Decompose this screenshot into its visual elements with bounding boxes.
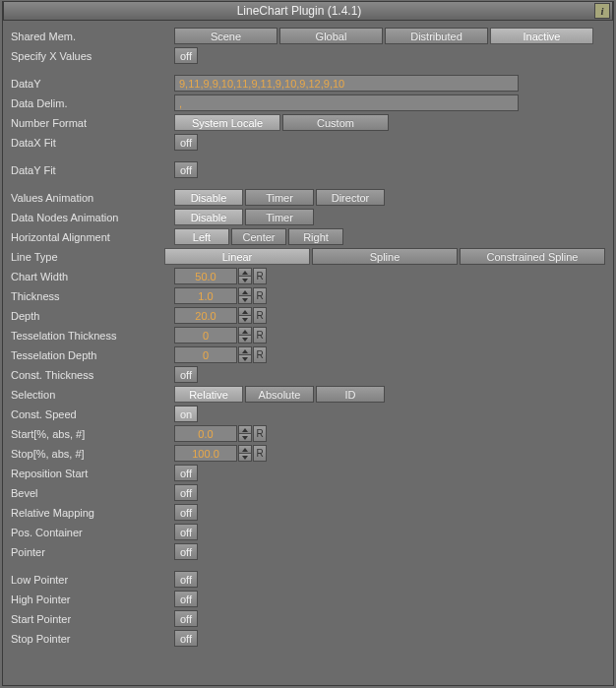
chevron-down-icon[interactable]	[238, 296, 252, 304]
btn-align-center[interactable]: Center	[231, 228, 286, 245]
label-selection: Selection	[9, 389, 174, 401]
input-depth[interactable]: 20.0	[174, 307, 237, 324]
toggle-start-pointer[interactable]: off	[174, 610, 198, 627]
label-nodes-animation: Data Nodes Animation	[9, 212, 174, 223]
spinner-thickness[interactable]	[238, 287, 252, 304]
label-start: Start[%, abs, #]	[9, 428, 174, 440]
chevron-up-icon[interactable]	[238, 445, 252, 454]
chevron-up-icon[interactable]	[238, 307, 252, 316]
btn-linear[interactable]: Linear	[164, 248, 310, 265]
btn-constrained-spline[interactable]: Constrained Spline	[460, 248, 605, 265]
window-title: LineChart Plugin (1.4.1)	[4, 4, 594, 18]
chevron-down-icon[interactable]	[238, 355, 252, 363]
btn-inactive[interactable]: Inactive	[490, 28, 593, 44]
label-tess-depth: Tesselation Depth	[9, 349, 174, 361]
chevron-up-icon[interactable]	[238, 268, 252, 277]
seg-shared-mem: Scene Global Distributed Inactive	[174, 28, 595, 44]
btn-va-timer[interactable]: Timer	[245, 189, 314, 206]
toggle-const-thickness[interactable]: off	[174, 366, 198, 383]
toggle-relative-mapping[interactable]: off	[174, 504, 198, 521]
label-pointer: Pointer	[9, 546, 174, 558]
input-start[interactable]: 0.0	[174, 425, 237, 442]
toggle-high-pointer[interactable]: off	[174, 591, 198, 607]
chevron-up-icon[interactable]	[238, 327, 252, 336]
label-const-thickness: Const. Thickness	[9, 369, 174, 381]
chevron-down-icon[interactable]	[238, 434, 252, 442]
chevron-down-icon[interactable]	[238, 277, 252, 284]
label-shared-mem: Shared Mem.	[9, 31, 174, 42]
label-reposition-start: Reposition Start	[9, 468, 174, 479]
titlebar: LineChart Plugin (1.4.1) i	[3, 1, 613, 21]
btn-sel-relative[interactable]: Relative	[174, 386, 243, 403]
chevron-up-icon[interactable]	[238, 346, 252, 355]
btn-align-right[interactable]: Right	[288, 228, 343, 245]
reset-thickness[interactable]: R	[253, 287, 267, 304]
btn-na-disable[interactable]: Disable	[174, 209, 243, 225]
toggle-stop-pointer[interactable]: off	[174, 630, 198, 647]
btn-sel-absolute[interactable]: Absolute	[245, 386, 314, 403]
label-tess-thickness: Tesselation Thickness	[9, 330, 174, 342]
btn-na-timer[interactable]: Timer	[245, 209, 314, 225]
btn-spline[interactable]: Spline	[312, 248, 458, 265]
label-chart-width: Chart Width	[9, 271, 174, 282]
toggle-datay-fit[interactable]: off	[174, 161, 198, 178]
label-stop: Stop[%, abs, #]	[9, 448, 174, 460]
toggle-const-speed[interactable]: on	[174, 406, 198, 422]
label-numfmt: Number Format	[9, 117, 174, 129]
spinner-chart-width[interactable]	[238, 268, 252, 284]
btn-va-disable[interactable]: Disable	[174, 189, 243, 206]
toggle-specify-x[interactable]: off	[174, 47, 198, 64]
input-stop[interactable]: 100.0	[174, 445, 237, 462]
toggle-datax-fit[interactable]: off	[174, 134, 198, 151]
toggle-pos-container[interactable]: off	[174, 524, 198, 540]
reset-depth[interactable]: R	[253, 307, 267, 324]
reset-tess-depth[interactable]: R	[253, 346, 267, 363]
btn-global[interactable]: Global	[279, 28, 383, 44]
btn-system-locale[interactable]: System Locale	[174, 114, 280, 131]
btn-sel-id[interactable]: ID	[316, 386, 385, 403]
input-chart-width[interactable]: 50.0	[174, 268, 237, 284]
label-datay: DataY	[9, 78, 174, 90]
label-depth: Depth	[9, 310, 174, 322]
btn-scene[interactable]: Scene	[174, 28, 277, 44]
label-low-pointer: Low Pointer	[9, 574, 174, 586]
spinner-tess-depth[interactable]	[238, 346, 252, 363]
reset-stop[interactable]: R	[253, 445, 267, 462]
input-tess-thickness[interactable]: 0	[174, 327, 237, 344]
toggle-bevel[interactable]: off	[174, 484, 198, 501]
btn-align-left[interactable]: Left	[174, 228, 229, 245]
reset-chart-width[interactable]: R	[253, 268, 267, 284]
reset-start[interactable]: R	[253, 425, 267, 442]
chevron-down-icon[interactable]	[238, 454, 252, 462]
input-tess-depth[interactable]: 0	[174, 346, 237, 363]
label-datay-fit: DataY Fit	[9, 164, 174, 176]
btn-custom[interactable]: Custom	[282, 114, 389, 131]
spinner-depth[interactable]	[238, 307, 252, 324]
label-start-pointer: Start Pointer	[9, 613, 174, 625]
input-datay[interactable]: 9,11,9,9,10,11,9,11,9,10,9,12,9,10	[174, 75, 519, 92]
info-button[interactable]: i	[594, 3, 610, 19]
label-values-animation: Values Animation	[9, 192, 174, 204]
input-thickness[interactable]: 1.0	[174, 287, 237, 304]
chevron-up-icon[interactable]	[238, 425, 252, 434]
toggle-pointer[interactable]: off	[174, 543, 198, 560]
label-delim: Data Delim.	[9, 97, 174, 109]
chevron-up-icon[interactable]	[238, 287, 252, 296]
spinner-tess-thickness[interactable]	[238, 327, 252, 344]
chevron-down-icon[interactable]	[238, 336, 252, 344]
chevron-down-icon[interactable]	[238, 316, 252, 324]
label-line-type: Line Type	[9, 251, 164, 263]
toggle-low-pointer[interactable]: off	[174, 571, 198, 588]
label-relative-mapping: Relative Mapping	[9, 507, 174, 519]
label-high-pointer: High Pointer	[9, 594, 174, 605]
panel-body: Shared Mem. Scene Global Distributed Ina…	[3, 21, 613, 648]
plugin-panel: LineChart Plugin (1.4.1) i Shared Mem. S…	[2, 1, 614, 686]
input-delim[interactable]: ,	[174, 94, 519, 111]
spinner-stop[interactable]	[238, 445, 252, 462]
btn-va-director[interactable]: Director	[316, 189, 385, 206]
btn-distributed[interactable]: Distributed	[385, 28, 488, 44]
spinner-start[interactable]	[238, 425, 252, 442]
reset-tess-thickness[interactable]: R	[253, 327, 267, 344]
label-halign: Horizontal Alignment	[9, 231, 174, 243]
toggle-reposition-start[interactable]: off	[174, 465, 198, 481]
